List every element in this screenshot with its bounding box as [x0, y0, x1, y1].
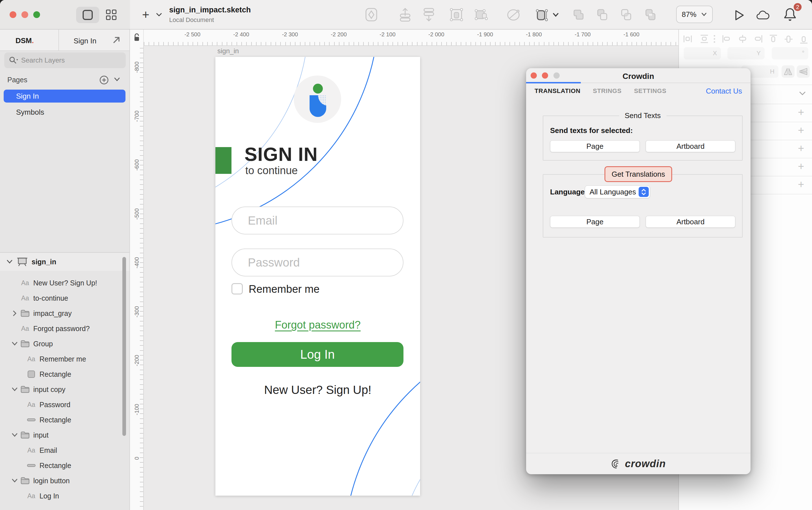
contact-us-link[interactable]: Contact Us [706, 87, 742, 95]
layer-row[interactable]: Aa login button [0, 473, 129, 488]
search-layers-field[interactable] [4, 52, 126, 68]
y-position-field[interactable]: Y [727, 47, 765, 59]
align-center-horizontal-icon[interactable] [737, 34, 748, 44]
get-page-button[interactable]: Page [550, 216, 640, 228]
email-field[interactable]: Email [231, 207, 403, 234]
vertical-ruler: -800-700-600-500-400-300-200-1000 [130, 46, 144, 510]
layer-row[interactable]: Aa Rectangle [0, 412, 129, 427]
section-collapse-chevron-icon[interactable] [799, 91, 806, 96]
log-in-button[interactable]: Log In [231, 342, 403, 367]
align-right-icon[interactable] [753, 34, 763, 44]
send-artboard-button[interactable]: Artboard [646, 140, 735, 152]
send-page-button[interactable]: Page [550, 140, 640, 152]
zoom-traffic-light[interactable] [33, 11, 40, 18]
remember-me-checkbox[interactable] [231, 283, 243, 295]
layer-row[interactable]: Aa New User? Sign Up! [0, 275, 129, 291]
align-middle-icon[interactable] [784, 34, 793, 44]
layer-row[interactable]: Aa impact_gray [0, 306, 129, 321]
layer-artboard-row[interactable]: sign_in [0, 253, 129, 271]
tab-strings[interactable]: STRINGS [593, 87, 622, 95]
add-page-icon[interactable] [99, 75, 109, 85]
insert-chevron-icon[interactable] [156, 12, 163, 17]
add-style-icon[interactable]: + [798, 178, 804, 190]
insert-symbol-icon[interactable] [364, 7, 379, 22]
more-options-icon[interactable] [713, 34, 716, 44]
rotate-icon[interactable] [506, 7, 521, 22]
tab-settings[interactable]: SETTINGS [634, 87, 667, 95]
pages-collapse-chevron-icon[interactable] [113, 77, 121, 82]
sidebar-page-sign-in[interactable]: Sign In [4, 90, 125, 102]
rotation-field[interactable]: ° [772, 47, 808, 59]
layer-row[interactable]: Aa Password [0, 397, 129, 412]
cloud-sync-button[interactable] [756, 8, 770, 23]
layer-row[interactable]: Aa input [0, 427, 129, 443]
get-translations-button[interactable]: Get Translations [605, 166, 672, 182]
password-field[interactable]: Password [231, 248, 403, 276]
frame-tool-chevron-icon[interactable] [552, 12, 559, 18]
boolean-intersect-icon[interactable] [619, 7, 634, 22]
add-style-icon[interactable]: + [798, 160, 804, 173]
flip-vertical-button[interactable] [797, 65, 810, 78]
layer-row[interactable]: Aa input copy [0, 382, 129, 397]
bring-forward-icon[interactable] [398, 7, 412, 22]
chevron-right-icon[interactable] [11, 310, 19, 317]
layer-row[interactable]: Aa Forgot password? [0, 321, 129, 336]
layer-row[interactable]: Aa Rectangle [0, 367, 129, 382]
tab-translation[interactable]: TRANSLATION [534, 87, 581, 95]
language-select[interactable]: All Languages [585, 185, 650, 198]
ruler-tick-label: -300 [134, 306, 140, 317]
layer-row[interactable]: Aa to-continue [0, 291, 129, 306]
popout-arrow-icon[interactable] [112, 36, 121, 44]
layer-row[interactable]: Aa Remember me [0, 351, 129, 367]
minimize-traffic-light[interactable] [22, 11, 28, 18]
grid-view-toggle[interactable] [106, 9, 117, 20]
ruler-corner[interactable] [130, 30, 144, 46]
align-top-icon[interactable] [768, 34, 778, 44]
layers-scrollbar[interactable] [122, 257, 126, 436]
boolean-subtract-icon[interactable] [595, 7, 610, 22]
frame-tool-icon[interactable] [534, 7, 549, 22]
chevron-down-icon[interactable] [11, 387, 19, 392]
add-style-icon[interactable]: + [798, 124, 804, 137]
send-backward-icon[interactable] [422, 7, 436, 22]
distribute-horizontal-icon[interactable] [683, 34, 692, 44]
canvas-view-toggle[interactable] [76, 7, 99, 23]
chevron-down-icon[interactable] [6, 260, 13, 264]
ruler-tick-label: -2 300 [266, 31, 314, 38]
group-icon[interactable] [449, 7, 464, 22]
artboard[interactable]: SIGN IN to continue Email Password Remem… [215, 57, 420, 496]
add-style-icon[interactable]: + [798, 142, 804, 154]
align-bottom-icon[interactable] [799, 34, 809, 44]
layer-row[interactable]: Aa Group [0, 336, 129, 351]
get-artboard-button[interactable]: Artboard [646, 216, 735, 228]
sidebar-page-symbols[interactable]: Symbols [4, 106, 125, 119]
close-traffic-light[interactable] [9, 11, 16, 18]
zoom-level-dropdown[interactable]: 87% [676, 6, 713, 23]
add-style-icon[interactable]: + [798, 106, 804, 118]
tab-dsm[interactable]: DSM. [16, 36, 34, 45]
preview-play-button[interactable] [732, 8, 747, 23]
ruler-tick-label: -700 [134, 111, 140, 122]
chevron-down-icon[interactable] [11, 433, 19, 437]
artboard-canvas-label[interactable]: sign_in [218, 47, 239, 55]
flip-horizontal-button[interactable] [782, 65, 794, 78]
layer-row[interactable]: Aa Email [0, 443, 129, 458]
align-left-icon[interactable] [722, 34, 732, 44]
ungroup-icon[interactable] [474, 7, 489, 22]
layer-row[interactable]: Aa Log In [0, 488, 129, 504]
boolean-union-icon[interactable] [572, 7, 586, 22]
chevron-down-icon[interactable] [11, 341, 19, 346]
insert-plus-button[interactable]: + [142, 8, 149, 21]
layer-row[interactable]: Aa Rectangle [0, 458, 129, 473]
line-layer-icon [27, 418, 36, 421]
x-position-field[interactable]: X [684, 47, 721, 59]
lock-icon[interactable] [133, 33, 140, 42]
boolean-difference-icon[interactable] [643, 7, 658, 22]
tab-document[interactable]: Sign In [74, 37, 96, 46]
text-layer-icon: Aa [27, 401, 36, 409]
distribute-vertical-icon[interactable] [699, 34, 709, 44]
forgot-password-link[interactable]: Forgot password? [215, 319, 420, 331]
chevron-down-icon[interactable] [11, 478, 19, 483]
search-input[interactable] [21, 56, 114, 64]
folder-icon [20, 309, 30, 317]
